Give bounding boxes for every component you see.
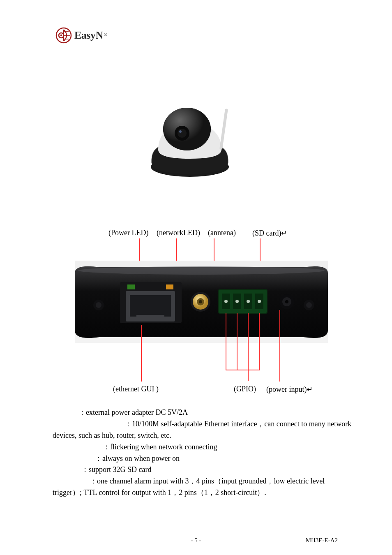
svg-rect-23 (166, 284, 173, 289)
label-gpio: (GPIO) (234, 385, 256, 393)
leader-line (226, 313, 226, 370)
product-rear-figure: (Power LED) (networkLED) (anntena) (SD c… (75, 229, 328, 396)
text-line: ：flickering when network connecting (53, 442, 355, 453)
svg-point-34 (224, 300, 228, 303)
svg-point-36 (247, 300, 250, 303)
doc-code: MH3E-E-A2 (306, 537, 338, 544)
text-line: ：support 32G SD card (53, 464, 355, 476)
label-antenna: (anntena) (208, 229, 236, 237)
svg-point-37 (258, 300, 261, 303)
svg-point-10 (178, 129, 187, 138)
logo-icon (55, 27, 72, 44)
label-power-led: (Power LED) (108, 229, 148, 237)
svg-rect-21 (136, 315, 164, 321)
svg-rect-12 (219, 109, 228, 150)
svg-point-35 (235, 300, 239, 303)
text-line: ：always on when power on (53, 453, 355, 465)
leader-line (226, 370, 260, 370)
product-front-figure (146, 101, 234, 178)
svg-point-27 (199, 300, 202, 303)
leader-line (279, 310, 280, 382)
svg-point-42 (306, 302, 312, 308)
brand-logo: EasyN® (55, 27, 107, 44)
leader-line (141, 325, 142, 382)
leader-line (237, 313, 238, 370)
svg-point-40 (285, 300, 288, 303)
description-text: ：external power adapter DC 5V/2A ：10/100… (53, 407, 355, 499)
svg-rect-22 (127, 284, 135, 289)
label-power-input: (power input)↵ (266, 385, 313, 394)
text-line: ：10/100M self-adaptable Ethernet interfa… (53, 419, 355, 442)
text-line: ：external power adapter DC 5V/2A (53, 407, 355, 419)
leader-line (259, 313, 260, 370)
label-sd-card: (SD card)↵ (252, 229, 287, 238)
svg-point-2 (60, 35, 62, 36)
svg-point-15 (78, 266, 325, 275)
svg-point-17 (96, 302, 101, 308)
text-line: ：one channel alarm input with 3，4 pins（i… (53, 476, 355, 499)
label-ethernet: (ethernet GUI ) (113, 385, 159, 393)
page-number: - 5 - (191, 537, 201, 544)
svg-point-11 (179, 130, 182, 133)
svg-rect-20 (130, 295, 171, 317)
label-network-led: (networkLED) (157, 229, 200, 237)
rear-panel-photo (75, 261, 328, 343)
logo-text: EasyN® (74, 29, 107, 42)
leader-line (248, 313, 249, 381)
